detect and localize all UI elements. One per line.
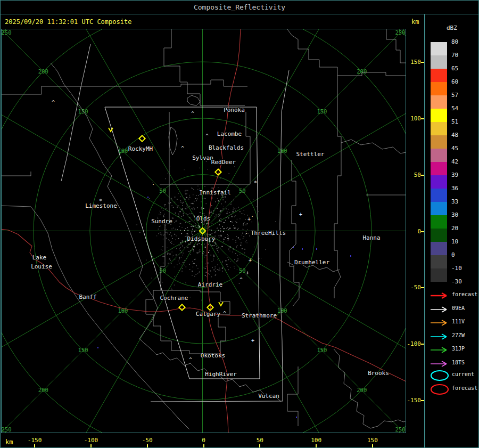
scale-value-20: 20 (451, 226, 470, 231)
timestamp-label: 2025/09/20 11:32:01 UTC Composite (5, 18, 131, 26)
legend-label: forecast (452, 385, 477, 391)
caret-marker-icon: ^ (52, 100, 55, 105)
bottom-axis-tick--150 (34, 444, 35, 448)
scale-block-39 (431, 175, 447, 189)
weak-echo-speck (350, 255, 351, 257)
city-label-didsbury: Didsbury (187, 235, 216, 242)
plus-marker-icon: + (251, 338, 254, 344)
panel-separator (424, 14, 425, 448)
boundary-line (337, 72, 406, 76)
scale-block-20 (431, 229, 447, 242)
scale-value-57: 57 (451, 93, 470, 98)
rockymh-site-diamond-icon (139, 135, 145, 141)
scale-block-36 (431, 189, 447, 202)
city-label-sundre: Sundre (151, 218, 172, 225)
caret-marker-icon: ^ (205, 133, 209, 139)
scale-block-33 (431, 202, 447, 215)
boundary-line (169, 127, 177, 155)
legend-ellipse-icon (430, 384, 450, 395)
scale-block-65 (431, 69, 447, 82)
right-axis-tick-150 (421, 62, 424, 63)
ring-label-50: 50 (239, 267, 246, 274)
ring-label-200: 200 (357, 387, 367, 393)
window-title: Composite_Reflectivity (194, 3, 285, 11)
right-axis-label--150: -150 (406, 398, 421, 403)
radar-map-canvas[interactable]: 5050505010010010010015015015015020020020… (2, 29, 406, 433)
city-label-lake: Lake (32, 254, 47, 261)
legend-label: 111V (452, 319, 465, 324)
ring-label-200: 200 (38, 68, 48, 75)
weak-echo-speck (147, 197, 148, 198)
scale-value-48: 48 (451, 133, 470, 138)
scale-block-80 (431, 42, 447, 55)
radial-240 (2, 231, 203, 377)
ring-label-250: 250 (395, 29, 406, 36)
azimuth-radials (2, 29, 406, 433)
scale-value-60: 60 (451, 79, 470, 85)
right-axis-tick-0 (421, 231, 424, 232)
city-label-sylvan: Sylvan (192, 154, 213, 161)
legend-label: 31JP (452, 346, 465, 352)
cochrane-site-diamond-icon (179, 304, 185, 310)
scale-value-36: 36 (451, 186, 470, 191)
scale-value--30: -30 (451, 279, 470, 284)
city-label-innisfail: Innisfail (199, 189, 231, 196)
legend-arrow-icon (430, 317, 450, 329)
bottom-axis-unit-label: km (5, 438, 13, 446)
city-label-olds: Olds (196, 215, 211, 222)
city-labels: PonokaLacombeBlackfaldsSylvanRedDeerStet… (31, 107, 389, 400)
boundary-line (164, 29, 245, 105)
city-label-ponoka: Ponoka (224, 107, 245, 113)
arrow-glyph (431, 334, 447, 339)
city-label-brooks: Brooks (368, 370, 389, 377)
right-axis-tick--150 (421, 400, 424, 401)
city-label-lacombe: Lacombe (217, 131, 242, 137)
city-label-vulcan: Vulcan (258, 393, 279, 400)
scale-block-60 (431, 82, 447, 95)
bottom-axis-label-100: 100 (305, 438, 327, 443)
plus-marker-icon: + (249, 257, 252, 263)
arrow-glyph (431, 293, 447, 298)
city-label-drumheller: Drumheller (294, 259, 330, 266)
scale-block-30 (431, 215, 447, 229)
city-label-rockymh: RockyMH (128, 145, 153, 152)
scale-block-10 (431, 242, 447, 255)
radar-map-display[interactable]: 5050505010010010010015015015015020020020… (1, 29, 406, 433)
dot-marker-icon: . (245, 229, 248, 235)
legend-label: current (452, 371, 474, 377)
radial-210 (57, 231, 203, 433)
city-label-highriver: HighRiver (205, 371, 237, 378)
ring-label-150: 150 (317, 347, 327, 353)
scale-block-48 (431, 135, 447, 149)
ring-label-100: 100 (277, 307, 287, 314)
ellipse-glyph (431, 371, 448, 380)
bottom-axis-tick-0 (203, 444, 204, 448)
city-label-banff: Banff (79, 294, 96, 300)
ring-label-150: 150 (78, 347, 88, 353)
city-label-hanna: Hanna (362, 234, 380, 241)
scale-block-42 (431, 162, 447, 175)
legend-arrow-icon (430, 358, 450, 370)
bottom-axis-tick-150 (372, 444, 373, 448)
scale-value-80: 80 (451, 39, 470, 45)
scale-value-70: 70 (451, 53, 470, 58)
asterisk-marker-icon: * (254, 180, 257, 186)
city-label-cochrane: Cochrane (160, 295, 188, 302)
plus-marker-icon: + (299, 211, 302, 217)
ring-label-250: 250 (2, 29, 11, 36)
arrow-glyph (431, 307, 447, 312)
legend-arrow-icon (430, 344, 450, 356)
legend-arrow-icon (430, 290, 450, 302)
bottom-axis-tick-100 (316, 444, 317, 448)
right-axis-tick-50 (421, 175, 424, 176)
legend-arrow-icon (430, 331, 450, 343)
boundary-line (290, 160, 299, 306)
arrow-glyph (431, 361, 447, 366)
caret-marker-icon: ^ (189, 357, 192, 363)
scale-value-45: 45 (451, 146, 470, 151)
info-bar: 2025/09/20 11:32:01 UTC Composite km (1, 14, 478, 29)
bottom-axis-tick-50 (259, 444, 260, 448)
boundary-line (2, 172, 31, 207)
boundary-line (187, 95, 200, 105)
radar-window: Composite_Reflectivity 2025/09/20 11:32:… (0, 0, 479, 448)
